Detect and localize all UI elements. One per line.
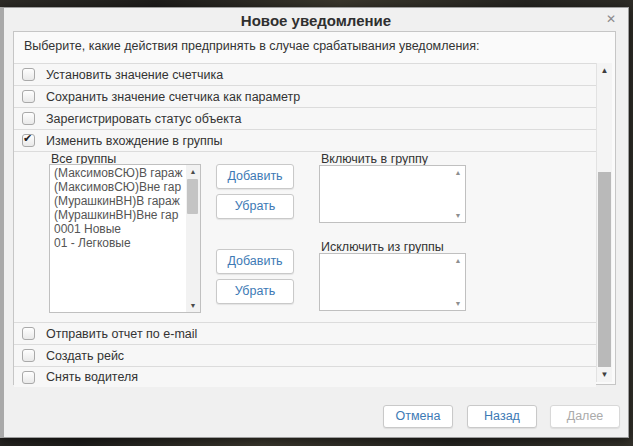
list-item[interactable]: (МурашкинВН)В гараж <box>50 194 185 208</box>
remove-from-include-button[interactable]: Убрать <box>216 194 294 219</box>
checkbox-save-counter-param[interactable] <box>22 90 35 103</box>
action-label: Установить значение счетчика <box>46 68 223 82</box>
actions-list: Установить значение счетчика Сохранить з… <box>14 63 596 387</box>
list-item[interactable]: (МурашкинВН)Вне гар <box>50 208 185 222</box>
close-icon[interactable]: ✕ <box>603 11 619 27</box>
group-membership-editor: Все группы (МаксимовСЮ)В гараж (Максимов… <box>14 152 596 323</box>
action-row-save-counter-param[interactable]: Сохранить значение счетчика как параметр <box>14 86 596 108</box>
exclude-group-listbox[interactable]: ▲ ▼ <box>319 253 466 311</box>
dialog-title: Новое уведомление <box>4 8 628 31</box>
action-row-remove-driver[interactable]: Снять водителя <box>14 367 596 387</box>
action-row-change-groups[interactable]: ✔ Изменить вхождение в группы <box>14 130 596 152</box>
checkmark-icon: ✔ <box>23 132 32 145</box>
exclude-listbox-scrollbar[interactable]: ▲ ▼ <box>451 254 465 310</box>
add-to-exclude-button[interactable]: Добавить <box>216 249 294 274</box>
list-item[interactable]: 0001 Новые <box>50 222 185 236</box>
include-group-label: Включить в группу <box>321 152 428 166</box>
checkbox-register-status[interactable] <box>22 112 35 125</box>
remove-from-exclude-button[interactable]: Убрать <box>216 279 294 304</box>
arrow-down-icon[interactable]: ▼ <box>451 300 465 307</box>
action-label: Отправить отчет по e-mail <box>46 327 197 341</box>
add-to-include-button[interactable]: Добавить <box>216 164 294 189</box>
arrow-up-icon[interactable]: ▲ <box>186 168 200 175</box>
action-label: Сохранить значение счетчика как параметр <box>46 90 300 104</box>
next-button[interactable]: Далее <box>550 405 620 428</box>
checkbox-set-counter[interactable] <box>22 68 35 81</box>
arrow-up-icon[interactable]: ▲ <box>451 169 465 176</box>
action-label: Изменить вхождение в группы <box>46 134 223 148</box>
list-item[interactable]: 01 - Легковые <box>50 236 185 250</box>
arrow-down-icon[interactable]: ▼ <box>597 370 612 379</box>
list-item[interactable]: (МаксимовСЮ)Вне гар <box>50 180 185 194</box>
arrow-up-icon[interactable]: ▲ <box>597 66 612 75</box>
action-row-set-counter[interactable]: Установить значение счетчика <box>14 64 596 86</box>
action-row-register-status[interactable]: Зарегистрировать статус объекта <box>14 108 596 130</box>
include-listbox-scrollbar[interactable]: ▲ ▼ <box>451 166 465 222</box>
list-item[interactable]: (МаксимовСЮ)В гараж <box>50 166 185 180</box>
main-scrollbar[interactable]: ▲ ▼ <box>596 63 612 382</box>
back-button[interactable]: Назад <box>467 405 537 428</box>
action-row-create-route[interactable]: Создать рейс <box>14 345 596 367</box>
new-notification-dialog: Новое уведомление ✕ Выберите, какие дейс… <box>0 7 629 438</box>
action-row-send-report[interactable]: Отправить отчет по e-mail <box>14 323 596 345</box>
all-groups-listbox[interactable]: (МаксимовСЮ)В гараж (МаксимовСЮ)Вне гар … <box>49 164 201 313</box>
checkbox-create-route[interactable] <box>22 349 35 362</box>
scrollbar-thumb[interactable] <box>187 179 198 214</box>
arrow-down-icon[interactable]: ▼ <box>451 212 465 219</box>
all-groups-scrollbar[interactable]: ▲ ▼ <box>186 165 200 312</box>
action-label: Зарегистрировать статус объекта <box>46 112 241 126</box>
checkbox-remove-driver[interactable] <box>22 371 35 384</box>
exclude-group-label: Исключить из группы <box>321 240 444 254</box>
action-label: Снять водителя <box>46 370 138 384</box>
arrow-down-icon[interactable]: ▼ <box>186 302 200 309</box>
instruction-text: Выберите, какие действия предпринять в с… <box>24 39 480 53</box>
dialog-content: Выберите, какие действия предпринять в с… <box>13 31 616 385</box>
arrow-up-icon[interactable]: ▲ <box>451 257 465 264</box>
include-group-listbox[interactable]: ▲ ▼ <box>319 165 466 223</box>
checkbox-send-report[interactable] <box>22 327 35 340</box>
cancel-button[interactable]: Отмена <box>383 405 453 428</box>
action-label: Создать рейс <box>46 349 124 363</box>
scrollbar-thumb[interactable] <box>598 172 611 367</box>
checkbox-change-groups[interactable]: ✔ <box>22 134 35 147</box>
